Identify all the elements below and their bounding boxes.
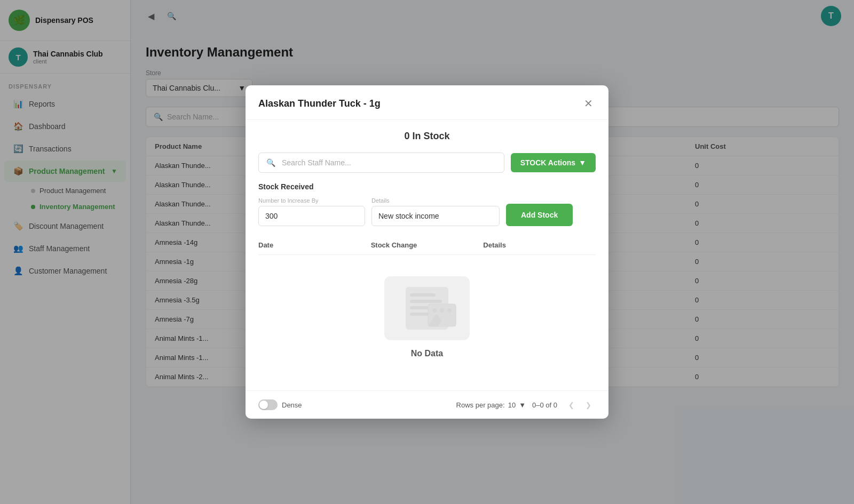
modal-header: Alaskan Thunder Tuck - 1g ✕	[246, 85, 608, 120]
stock-received-label: Stock Received	[258, 182, 596, 191]
no-data-area: No Data	[258, 255, 596, 380]
modal-footer: Dense Rows per page: 10 ▼ 0–0 of 0 ❮ ❯	[246, 390, 608, 419]
rows-per-page-value: 10	[508, 401, 516, 409]
stock-table-header: Date Stock Change Details	[258, 236, 596, 255]
staff-search-input[interactable]: 🔍 Search Staff Name...	[258, 153, 504, 173]
no-data-illustration	[384, 276, 470, 340]
pagination: Rows per page: 10 ▼ 0–0 of 0 ❮ ❯	[456, 397, 596, 412]
rows-per-page-label: Rows per page:	[456, 401, 505, 409]
modal-overlay: Alaskan Thunder Tuck - 1g ✕ 0 In Stock 🔍…	[0, 0, 854, 504]
stock-actions-button[interactable]: STOCK Actions ▼	[511, 153, 596, 172]
col-details: Details	[483, 241, 596, 249]
page-arrows: ❮ ❯	[564, 397, 596, 412]
in-stock-badge: 0 In Stock	[258, 131, 596, 142]
number-label: Number to Increase By	[258, 197, 365, 204]
col-stock-change: Stock Change	[371, 241, 484, 249]
stock-modal: Alaskan Thunder Tuck - 1g ✕ 0 In Stock 🔍…	[246, 85, 608, 419]
details-label: Details	[371, 197, 500, 204]
next-page-button[interactable]: ❯	[581, 397, 596, 412]
chevron-down-icon: ▼	[579, 158, 586, 167]
modal-title: Alaskan Thunder Tuck - 1g	[258, 98, 381, 109]
search-staff-row: 🔍 Search Staff Name... STOCK Actions ▼	[258, 153, 596, 173]
details-field: Details	[371, 197, 500, 226]
dense-toggle[interactable]: Dense	[258, 399, 302, 410]
number-field: Number to Increase By	[258, 197, 365, 226]
prev-page-button[interactable]: ❮	[564, 397, 579, 412]
rows-chevron-icon[interactable]: ▼	[519, 401, 526, 409]
modal-body: 0 In Stock 🔍 Search Staff Name... STOCK …	[246, 120, 608, 390]
stock-actions-label: STOCK Actions	[520, 158, 575, 167]
col-date: Date	[258, 241, 371, 249]
svg-point-7	[440, 308, 444, 313]
search-icon: 🔍	[266, 158, 275, 167]
number-input[interactable]	[258, 206, 365, 226]
stock-form-row: Number to Increase By Details Add Stock	[258, 197, 596, 226]
svg-point-6	[432, 308, 437, 313]
rows-per-page: Rows per page: 10 ▼	[456, 401, 526, 409]
pagination-range: 0–0 of 0	[532, 401, 557, 409]
toggle-knob	[259, 401, 268, 409]
dense-label: Dense	[282, 401, 302, 409]
svg-rect-2	[410, 300, 442, 303]
svg-rect-1	[410, 293, 436, 297]
add-stock-button[interactable]: Add Stock	[506, 204, 573, 226]
no-data-text: No Data	[411, 349, 443, 358]
dense-switch[interactable]	[258, 399, 278, 410]
stock-received-section: Stock Received Number to Increase By Det…	[258, 182, 596, 226]
modal-close-button[interactable]: ✕	[581, 96, 596, 111]
details-input[interactable]	[371, 206, 500, 226]
staff-search-placeholder: Search Staff Name...	[282, 158, 351, 167]
no-data-svg	[390, 282, 464, 335]
